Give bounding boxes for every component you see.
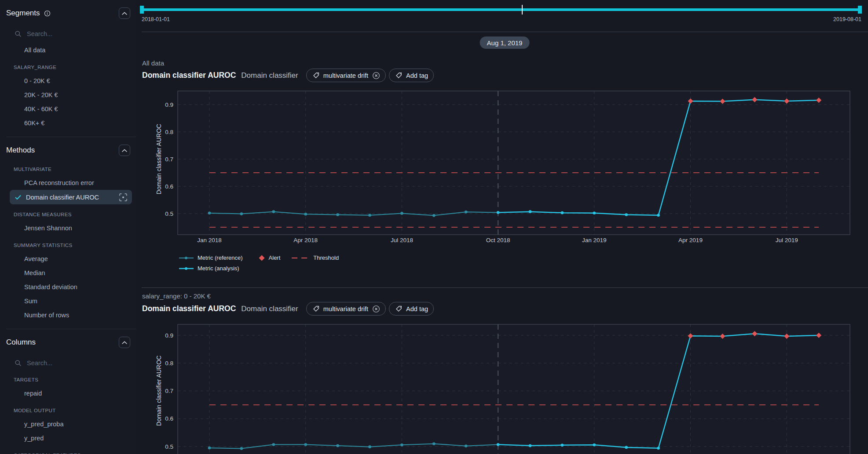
data-point[interactable] (272, 210, 275, 213)
search-icon (15, 30, 22, 37)
y-tick-label: 0.7 (165, 388, 173, 394)
y-tick-label: 0.7 (165, 156, 173, 163)
metric-title: Domain classifier AUROC (142, 304, 236, 313)
timeline-bar[interactable] (142, 8, 861, 11)
sidebar-search-input[interactable] (26, 30, 107, 38)
data-point[interactable] (336, 213, 339, 216)
sidebar-item[interactable]: Average (0, 252, 136, 266)
sidebar-item[interactable]: repaid (0, 386, 136, 400)
tag-pill[interactable]: multivariate drift (306, 69, 386, 82)
timeline-right-handle[interactable] (858, 6, 862, 14)
data-point[interactable] (465, 444, 468, 447)
threshold-swatch (292, 257, 309, 259)
data-point[interactable] (657, 214, 660, 217)
data-point[interactable] (336, 444, 339, 447)
sidebar-item[interactable]: All data (0, 43, 136, 57)
timeline-left-handle[interactable] (140, 6, 144, 14)
sidebar-section-title: Methods (6, 146, 35, 155)
search-icon (15, 360, 22, 367)
sidebar-item[interactable]: 40K - 60K € (0, 102, 136, 116)
y-tick-label: 0.8 (165, 129, 173, 135)
y-tick-label: 0.6 (165, 183, 173, 190)
sidebar-item[interactable]: Median (0, 266, 136, 280)
data-point[interactable] (240, 447, 243, 450)
sidebar-search (15, 27, 136, 40)
add-tag-button[interactable]: Add tag (389, 69, 434, 82)
sidebar-item[interactable]: Number of rows (0, 308, 136, 322)
tag-icon (396, 305, 402, 312)
data-point[interactable] (400, 443, 403, 447)
sidebar-item[interactable]: 20K - 20K € (0, 88, 136, 102)
collapse-section-button[interactable] (119, 337, 130, 348)
y-tick-label: 0.9 (165, 102, 173, 108)
legend-analysis-label: Metric (analysis) (198, 265, 239, 272)
data-point[interactable] (304, 443, 307, 446)
data-point[interactable] (497, 443, 500, 446)
metric-chart-all-data[interactable]: 0.50.60.70.80.9Jan 2018Apr 2018Jul 2018O… (136, 86, 868, 257)
legend-reference-label: Metric (reference) (198, 254, 243, 261)
metric-chart-salary-0-20k[interactable]: 0.50.60.70.80.9Domain classifier AUROC (136, 319, 868, 454)
sidebar-item-selected[interactable]: Domain classifier AUROC (10, 190, 132, 204)
data-point[interactable] (465, 211, 468, 214)
data-point[interactable] (208, 211, 211, 214)
data-point[interactable] (593, 211, 596, 214)
analysis-line-swatch (179, 267, 194, 270)
plot-area[interactable] (178, 324, 850, 454)
selected-date-badge: Aug 1, 2019 (480, 36, 530, 49)
data-point[interactable] (529, 210, 532, 213)
tag-pill[interactable]: multivariate drift (306, 302, 386, 316)
data-point[interactable] (368, 214, 371, 217)
chevron-up-icon (121, 149, 128, 153)
focus-icon[interactable] (119, 193, 128, 202)
y-tick-label: 0.5 (165, 211, 173, 217)
data-point[interactable] (529, 444, 532, 447)
data-point[interactable] (208, 447, 211, 450)
sidebar-item[interactable]: y_pred_proba (0, 417, 136, 431)
data-point[interactable] (497, 211, 500, 214)
remove-tag-icon[interactable] (372, 305, 380, 313)
sidebar-item[interactable]: 0 - 20K € (0, 74, 136, 88)
y-axis-title: Domain classifier AUROC (155, 124, 162, 194)
sidebar-item[interactable]: Jensen Shannon (0, 221, 136, 235)
sidebar-item[interactable]: Sum (0, 294, 136, 308)
sidebar-item[interactable]: y_pred (0, 431, 136, 445)
segment-scope-label: All data (142, 59, 164, 67)
data-point[interactable] (432, 442, 436, 445)
data-point[interactable] (432, 214, 436, 217)
x-tick-label: Apr 2019 (678, 237, 703, 243)
add-tag-label: Add tag (406, 72, 428, 79)
data-point[interactable] (368, 445, 371, 448)
data-point[interactable] (561, 211, 564, 214)
sidebar-item[interactable]: 60K+ € (0, 116, 136, 130)
metric-subtitle: Domain classifier (241, 71, 298, 80)
data-point[interactable] (400, 212, 403, 215)
section-divider (142, 287, 868, 288)
sidebar-item[interactable]: Standard deviation (0, 280, 136, 294)
data-point[interactable] (657, 447, 660, 450)
data-point[interactable] (593, 443, 596, 447)
chevron-up-icon (121, 11, 128, 15)
metric-title: Domain classifier AUROC (142, 71, 236, 80)
data-point[interactable] (625, 446, 628, 449)
x-tick-label: Jul 2019 (776, 237, 798, 243)
plot-area[interactable] (178, 91, 850, 235)
sidebar-item[interactable]: PCA reconstruction error (0, 176, 136, 190)
data-point[interactable] (304, 213, 307, 216)
data-point[interactable] (272, 443, 275, 446)
sidebar-search-input[interactable] (26, 359, 107, 367)
tag-icon (313, 72, 319, 79)
main-content: 2018-01-01 2019-08-01 Aug 1, 2019 All da… (136, 0, 868, 454)
collapse-section-button[interactable] (119, 7, 130, 19)
sidebar-section-title: Segments (6, 9, 40, 18)
collapse-section-button[interactable] (119, 145, 130, 156)
tag-label: multivariate drift (323, 72, 368, 79)
timeline-start-date: 2018-01-01 (142, 16, 170, 22)
timeline-cursor[interactable] (522, 5, 523, 15)
remove-tag-icon[interactable] (372, 72, 380, 80)
sidebar-section-title: Columns (6, 338, 36, 347)
tag-icon (396, 72, 402, 79)
data-point[interactable] (625, 213, 628, 216)
add-tag-button[interactable]: Add tag (389, 302, 434, 316)
data-point[interactable] (240, 212, 243, 215)
data-point[interactable] (561, 444, 564, 447)
